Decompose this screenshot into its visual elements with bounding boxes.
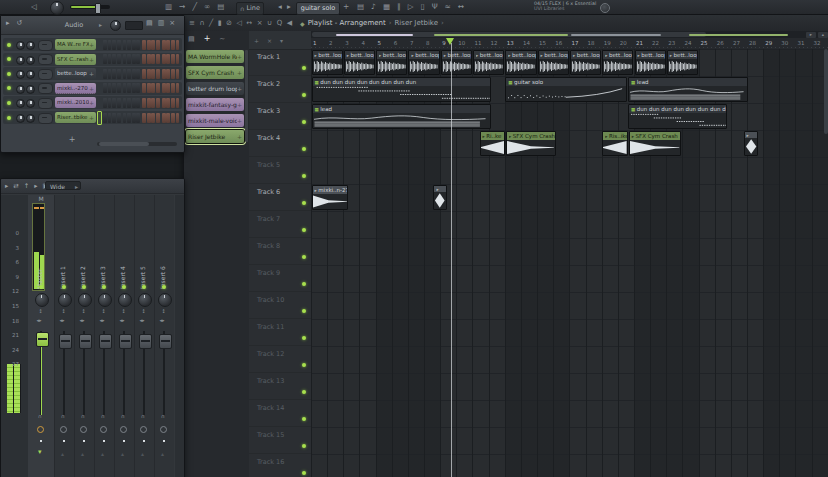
step-cell[interactable] bbox=[127, 54, 131, 64]
rack-scrollbar[interactable] bbox=[97, 142, 177, 146]
master-arrow-icon[interactable]: ▾ bbox=[38, 449, 42, 455]
channel-led[interactable] bbox=[7, 86, 11, 90]
step-cell[interactable] bbox=[108, 40, 112, 50]
playlist-clip-pop[interactable]: ▸ bbox=[744, 131, 758, 156]
track-led[interactable] bbox=[302, 390, 306, 394]
playlist-clip-drums[interactable]: ▸bett..loop bbox=[441, 50, 472, 75]
mute-circle[interactable] bbox=[160, 426, 167, 433]
zoom-icon[interactable]: Q bbox=[277, 15, 283, 31]
strip-led[interactable] bbox=[142, 285, 146, 289]
strip-led[interactable] bbox=[62, 285, 66, 289]
plugin-picker-icon[interactable]: Ψ bbox=[432, 0, 438, 14]
step-cell[interactable] bbox=[166, 98, 170, 108]
step-cell[interactable] bbox=[136, 69, 140, 79]
step-cell[interactable] bbox=[117, 54, 121, 64]
channel-led[interactable] bbox=[7, 57, 11, 61]
playlist-clip-drums[interactable]: ▸bett..loop bbox=[667, 50, 698, 75]
channel-mute-switch[interactable] bbox=[38, 54, 53, 65]
strip-pan-knob[interactable] bbox=[58, 293, 72, 307]
track-led[interactable] bbox=[302, 417, 306, 421]
slice-icon[interactable]: × bbox=[257, 15, 263, 31]
track-header[interactable]: Track 6 bbox=[249, 184, 311, 211]
track-header[interactable]: Track 5 bbox=[249, 157, 311, 184]
record-dot[interactable] bbox=[123, 440, 125, 442]
step-cell[interactable] bbox=[142, 69, 146, 79]
step-cell[interactable] bbox=[127, 40, 131, 50]
step-cell[interactable] bbox=[136, 98, 140, 108]
track-header[interactable]: Track 9 bbox=[249, 265, 311, 292]
track-header[interactable]: Track 1 bbox=[249, 49, 311, 76]
step-cell[interactable] bbox=[103, 98, 107, 108]
step-cell[interactable] bbox=[162, 98, 166, 108]
step-cell[interactable] bbox=[112, 113, 116, 123]
playlist-clip-sparse[interactable]: ▦guitar solo bbox=[505, 77, 627, 102]
typing-keyboard-icon[interactable]: ▤ bbox=[217, 0, 224, 14]
track-led[interactable] bbox=[302, 282, 306, 286]
playlist-clip-riser[interactable]: ▸Ris..ike bbox=[602, 131, 628, 156]
step-cell[interactable] bbox=[142, 83, 146, 93]
step-cell[interactable] bbox=[147, 113, 151, 123]
strip-led[interactable] bbox=[102, 285, 106, 289]
menu-icon[interactable]: ≡ bbox=[189, 15, 195, 31]
arrangement-name[interactable]: Riser Jetbike bbox=[395, 19, 438, 27]
line-tool-selector[interactable]: ∩ Line bbox=[236, 2, 264, 15]
record-dot[interactable] bbox=[40, 440, 42, 442]
playlist-clip-crash[interactable]: ▸SFX Cym Crash bbox=[629, 131, 681, 156]
step-cell[interactable] bbox=[103, 40, 107, 50]
fader-handle[interactable] bbox=[139, 334, 152, 349]
step-cell[interactable] bbox=[123, 54, 127, 64]
channel-led[interactable] bbox=[7, 101, 11, 105]
track-led[interactable] bbox=[302, 255, 306, 259]
step-cell[interactable] bbox=[166, 83, 170, 93]
channel-button[interactable]: mixki..-270+ bbox=[55, 83, 96, 94]
channel-mute-switch[interactable] bbox=[38, 83, 53, 94]
step-cell[interactable] bbox=[176, 69, 180, 79]
track-led[interactable] bbox=[302, 93, 306, 97]
track-header[interactable]: Track 2 bbox=[249, 76, 311, 103]
step-cell[interactable] bbox=[103, 83, 107, 93]
step-cell[interactable] bbox=[151, 83, 155, 93]
step-cell[interactable] bbox=[171, 98, 175, 108]
step-cell[interactable] bbox=[171, 113, 175, 123]
mute-circle[interactable] bbox=[60, 426, 67, 433]
strip-led[interactable] bbox=[82, 285, 86, 289]
step-cell[interactable] bbox=[171, 83, 175, 93]
collapse-icon[interactable]: ▾ bbox=[280, 37, 283, 44]
step-cell[interactable] bbox=[176, 113, 180, 123]
step-cell[interactable] bbox=[117, 69, 121, 79]
playlist-clip-drums[interactable]: ▸bett..loop bbox=[376, 50, 407, 75]
playback-icon[interactable]: ◀ bbox=[287, 15, 292, 31]
step-cell[interactable] bbox=[147, 98, 151, 108]
headphone-icon[interactable]: ∩ bbox=[38, 413, 42, 419]
close-icon[interactable]: × bbox=[169, 14, 175, 32]
group-dropdown-icon[interactable]: ▸ bbox=[99, 16, 102, 34]
insert-arrow-icon[interactable]: ▴ bbox=[81, 451, 84, 457]
strip-pan-knob[interactable] bbox=[78, 293, 92, 307]
delete-icon[interactable]: ⊘ bbox=[226, 15, 232, 31]
step-cell[interactable] bbox=[103, 54, 107, 64]
strip-pan-knob[interactable] bbox=[98, 293, 112, 307]
step-cell[interactable] bbox=[123, 69, 127, 79]
rack-scroll-thumb[interactable] bbox=[99, 142, 149, 146]
step-cell[interactable] bbox=[117, 40, 121, 50]
playlist-clip-crash[interactable]: ▸SFX Cym Crash bbox=[506, 131, 556, 156]
record-dot[interactable] bbox=[63, 440, 65, 442]
step-cell[interactable] bbox=[136, 83, 140, 93]
fader-handle[interactable] bbox=[159, 334, 172, 349]
track-led[interactable] bbox=[302, 174, 306, 178]
step-cell[interactable] bbox=[123, 98, 127, 108]
channel-mute-switch[interactable] bbox=[38, 113, 53, 124]
step-cell[interactable] bbox=[156, 69, 160, 79]
track-led[interactable] bbox=[302, 363, 306, 367]
step-cell[interactable] bbox=[171, 54, 175, 64]
paint-icon[interactable]: ▮ bbox=[218, 15, 222, 31]
channel-mute-switch[interactable] bbox=[38, 69, 53, 80]
pattern-add-icon[interactable]: + bbox=[343, 0, 349, 14]
step-cell[interactable] bbox=[132, 113, 136, 123]
pencil-icon[interactable]: ╱ bbox=[209, 15, 213, 31]
pattern-selector[interactable]: guitar solo bbox=[296, 2, 340, 15]
picker-item[interactable]: better drum loop+ bbox=[186, 82, 244, 95]
mute-circle[interactable] bbox=[37, 426, 44, 433]
pattern-prev-icon[interactable]: ◂ bbox=[278, 0, 282, 14]
step-cell[interactable] bbox=[156, 83, 160, 93]
